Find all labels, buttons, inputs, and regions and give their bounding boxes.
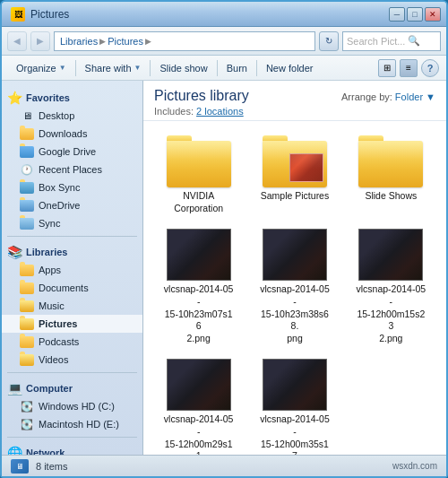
sidebar-item-pictures[interactable]: Pictures — [2, 315, 142, 333]
file-name-vlcsnap-3: vlcsnap-2014-05-15-12h00m15s232.png — [355, 283, 426, 344]
favorites-section-header[interactable]: ⭐ Favorites — [2, 86, 142, 107]
sidebar-item-desktop[interactable]: 🖥 Desktop — [2, 107, 142, 125]
close-button[interactable]: ✕ — [425, 7, 441, 22]
view-button-1[interactable]: ⊞ — [378, 59, 396, 77]
sidebar-item-windows-hd[interactable]: 💽 Windows HD (C:) — [2, 397, 142, 415]
file-item-vlcsnap-2[interactable]: vlcsnap-2014-05-15-10h23m38s68.png — [250, 225, 339, 348]
file-grid: NVIDIACorporation Sample Pictures — [151, 128, 439, 455]
sidebar-item-onedrive[interactable]: OneDrive — [2, 196, 142, 214]
sidebar-item-google-drive[interactable]: Google Drive — [2, 143, 142, 161]
breadcrumb-pictures[interactable]: Pictures — [108, 36, 143, 47]
forward-button[interactable]: ▶ — [30, 31, 50, 51]
computer-section-header[interactable]: 💻 Computer — [2, 377, 142, 397]
arrange-by-label: Arrange by: — [341, 91, 392, 102]
sidebar-item-apps[interactable]: Apps — [2, 261, 142, 279]
back-button[interactable]: ◀ — [7, 31, 27, 51]
file-thumb-vlcsnap-5 — [263, 359, 327, 411]
toolbar-sep-3 — [217, 60, 218, 76]
favorites-star-icon: ⭐ — [7, 91, 22, 105]
libraries-section-header[interactable]: 📚 Libraries — [2, 240, 142, 261]
slideshow-button[interactable]: Slide show — [152, 57, 214, 79]
content-body: NVIDIACorporation Sample Pictures — [143, 121, 446, 455]
favorites-header-label: Favorites — [26, 92, 70, 103]
burn-button[interactable]: Burn — [220, 57, 254, 79]
file-name-nvidia: NVIDIACorporation — [174, 190, 223, 214]
addressbar: ◀ ▶ Libraries ▶ Pictures ▶ ↻ Search Pict… — [2, 27, 446, 56]
maximize-button[interactable]: □ — [407, 7, 423, 22]
file-thumb-vlcsnap-3 — [358, 229, 423, 281]
arrange-by-value[interactable]: Folder ▼ — [395, 91, 435, 102]
sidebar-item-apps-label: Apps — [39, 265, 61, 275]
libraries-icon: 📚 — [7, 245, 22, 259]
file-item-sample-pictures[interactable]: Sample Pictures — [250, 132, 339, 218]
sidebar-item-videos[interactable]: Videos — [2, 351, 142, 369]
folder-icon-slide-shows — [358, 135, 423, 187]
address-box[interactable]: Libraries ▶ Pictures ▶ — [54, 31, 315, 51]
refresh-button[interactable]: ↻ — [319, 31, 339, 51]
sidebar-item-google-drive-label: Google Drive — [39, 146, 96, 157]
sidebar-item-sync[interactable]: Sync — [2, 214, 142, 232]
window-title: Pictures — [30, 8, 69, 21]
sidebar-divider-2 — [7, 372, 137, 373]
main: ⭐ Favorites 🖥 Desktop Downloads Google D… — [2, 81, 446, 455]
sidebar-item-sync-label: Sync — [39, 218, 60, 229]
documents-folder-icon — [20, 281, 34, 295]
sidebar-item-videos-label: Videos — [39, 354, 68, 365]
apps-folder-icon — [20, 263, 34, 277]
box-sync-icon — [20, 180, 34, 195]
network-section-header[interactable]: 🌐 Network — [2, 441, 142, 455]
status-count: 8 items — [36, 461, 67, 472]
libraries-section: Apps Documents Music Pictures Podcasts — [2, 261, 142, 369]
sidebar-item-box-sync[interactable]: Box Sync — [2, 178, 142, 196]
file-name-vlcsnap-2: vlcsnap-2014-05-15-10h23m38s68.png — [259, 283, 331, 344]
desktop-icon: 🖥 — [20, 109, 34, 123]
file-item-vlcsnap-5[interactable]: vlcsnap-2014-05-15-12h00m35s175.png — [250, 355, 339, 455]
titlebar-controls: ─ □ ✕ — [389, 7, 441, 22]
breadcrumb-libraries[interactable]: Libraries — [60, 36, 98, 47]
includes-link[interactable]: 2 locations — [196, 106, 244, 117]
sidebar-item-music[interactable]: Music — [2, 297, 142, 315]
computer-icon: 💻 — [7, 381, 22, 395]
help-button[interactable]: ? — [421, 59, 439, 77]
file-item-vlcsnap-4[interactable]: vlcsnap-2014-05-15-12h00m29s111.png — [154, 355, 243, 455]
file-name-vlcsnap-5: vlcsnap-2014-05-15-12h00m35s175.png — [259, 413, 331, 455]
favorites-section: 🖥 Desktop Downloads Google Drive 🕐 Recen… — [2, 107, 142, 232]
sidebar-item-box-sync-label: Box Sync — [39, 182, 80, 193]
view-button-2[interactable]: ≡ — [400, 59, 418, 77]
windows-hd-icon: 💽 — [20, 399, 34, 413]
window-icon: 🖼 — [11, 7, 25, 22]
breadcrumb: Libraries ▶ Pictures ▶ — [60, 36, 309, 47]
new-folder-button[interactable]: New folder — [259, 57, 321, 79]
file-thumb-vlcsnap-1 — [167, 229, 231, 281]
status-watermark: wsxdn.com — [392, 461, 437, 471]
sidebar-item-podcasts-label: Podcasts — [39, 336, 79, 347]
file-item-nvidia[interactable]: NVIDIACorporation — [154, 132, 243, 218]
search-box[interactable]: Search Pict... 🔍 — [342, 31, 441, 51]
file-thumb-vlcsnap-2 — [263, 229, 327, 281]
organize-dropdown-arrow: ▼ — [59, 64, 66, 72]
podcasts-folder-icon — [20, 335, 34, 349]
sidebar-item-documents[interactable]: Documents — [2, 279, 142, 297]
sidebar-item-windows-hd-label: Windows HD (C:) — [39, 401, 115, 412]
breadcrumb-sep-1: ▶ — [99, 37, 106, 46]
organize-button[interactable]: Organize ▼ — [9, 57, 73, 79]
file-item-slide-shows[interactable]: Slide Shows — [347, 132, 435, 218]
sidebar-item-downloads[interactable]: Downloads — [2, 125, 142, 143]
share-button[interactable]: Share with ▼ — [78, 57, 149, 79]
file-item-vlcsnap-1[interactable]: vlcsnap-2014-05-15-10h23m07s162.png — [154, 225, 243, 348]
sidebar-item-podcasts[interactable]: Podcasts — [2, 333, 142, 351]
network-header-label: Network — [26, 448, 65, 455]
toolbar-sep-4 — [256, 60, 257, 76]
macintosh-hd-icon: 💽 — [20, 417, 34, 431]
sidebar-item-recent-places[interactable]: 🕐 Recent Places — [2, 161, 142, 178]
sidebar-item-desktop-label: Desktop — [39, 110, 74, 121]
content-includes: Includes: 2 locations — [154, 106, 249, 117]
recent-places-icon: 🕐 — [20, 162, 34, 177]
statusbar-icon: 🖥 — [11, 459, 29, 474]
titlebar: 🖼 Pictures ─ □ ✕ — [2, 2, 446, 27]
sidebar-item-macintosh-hd[interactable]: 💽 Macintosh HD (E:) — [2, 415, 142, 433]
folder-icon-nvidia — [167, 135, 231, 187]
minimize-button[interactable]: ─ — [389, 7, 405, 22]
file-item-vlcsnap-3[interactable]: vlcsnap-2014-05-15-12h00m15s232.png — [347, 225, 435, 348]
statusbar: 🖥 8 items wsxdn.com — [2, 455, 446, 476]
